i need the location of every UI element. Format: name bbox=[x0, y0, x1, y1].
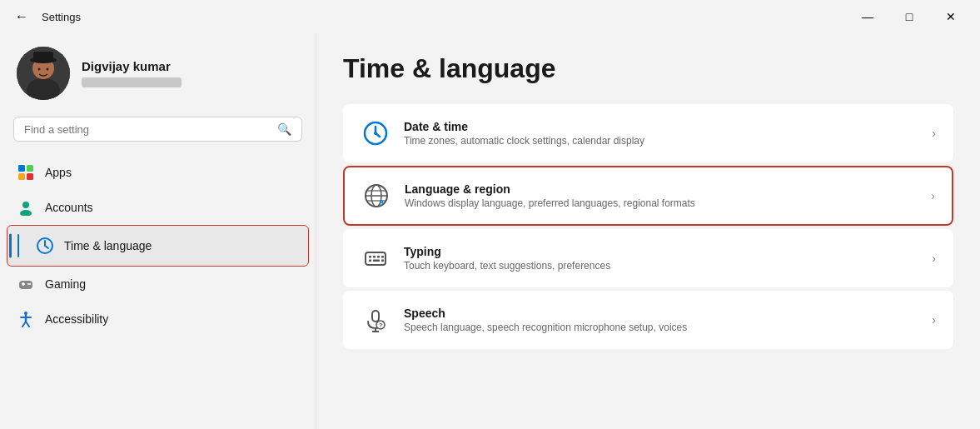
avatar bbox=[17, 47, 70, 100]
accounts-icon bbox=[17, 198, 35, 217]
chevron-icon-speech: › bbox=[932, 313, 936, 327]
svg-rect-18 bbox=[22, 282, 24, 286]
svg-rect-38 bbox=[373, 256, 376, 258]
maximize-button[interactable]: □ bbox=[890, 3, 928, 30]
setting-card-speech[interactable]: ? Speech Speech language, speech recogni… bbox=[343, 291, 953, 349]
setting-text-speech: Speech Speech language, speech recogniti… bbox=[404, 307, 918, 333]
search-icon: 🔍 bbox=[277, 122, 291, 136]
settings-list: Date & time Time zones, automatic clock … bbox=[343, 104, 953, 349]
user-name: Digvijay kumar bbox=[82, 59, 182, 73]
setting-title-speech: Speech bbox=[404, 307, 918, 320]
title-bar-left: ← Settings bbox=[10, 5, 81, 28]
svg-rect-8 bbox=[27, 165, 33, 172]
svg-rect-36 bbox=[366, 252, 386, 265]
sidebar-item-gaming[interactable]: Gaming bbox=[7, 267, 309, 302]
speech-icon: ? bbox=[361, 305, 391, 335]
svg-point-20 bbox=[29, 283, 31, 285]
setting-card-language-region[interactable]: A Language & region Windows display lang… bbox=[343, 166, 953, 226]
setting-text-typing: Typing Touch keyboard, text suggestions,… bbox=[404, 245, 918, 272]
user-subtitle-blur bbox=[82, 77, 182, 87]
language-region-icon: A bbox=[361, 181, 391, 211]
setting-desc-speech: Speech language, speech recognition micr… bbox=[404, 322, 918, 333]
sidebar-item-time-language-label: Time & language bbox=[64, 239, 152, 252]
search-box: 🔍 bbox=[13, 117, 302, 142]
svg-rect-40 bbox=[381, 256, 384, 258]
sidebar: Digvijay kumar 🔍 Apps Acc bbox=[0, 33, 316, 429]
content-area: Time & language Date & time Time zones, … bbox=[316, 33, 980, 429]
setting-desc-typing: Touch keyboard, text suggestions, prefer… bbox=[404, 260, 918, 272]
setting-desc-date-time: Time zones, automatic clock settings, ca… bbox=[404, 135, 918, 147]
sidebar-item-gaming-label: Gaming bbox=[45, 277, 86, 291]
svg-point-29 bbox=[374, 132, 377, 135]
time-language-icon bbox=[36, 237, 54, 255]
svg-point-12 bbox=[20, 210, 32, 216]
svg-point-6 bbox=[47, 68, 49, 71]
page-title: Time & language bbox=[343, 53, 953, 84]
sidebar-item-accounts-label: Accounts bbox=[45, 201, 93, 214]
setting-card-date-time[interactable]: Date & time Time zones, automatic clock … bbox=[343, 104, 953, 162]
svg-text:A: A bbox=[379, 198, 385, 207]
setting-card-typing[interactable]: Typing Touch keyboard, text suggestions,… bbox=[343, 229, 953, 287]
search-container: 🔍 bbox=[0, 117, 316, 152]
user-info: Digvijay kumar bbox=[82, 59, 182, 87]
svg-rect-37 bbox=[369, 256, 371, 258]
user-profile: Digvijay kumar bbox=[0, 33, 316, 117]
sidebar-item-accessibility-label: Accessibility bbox=[45, 312, 108, 326]
svg-rect-4 bbox=[33, 52, 53, 62]
date-time-icon bbox=[361, 118, 391, 148]
setting-desc-language-region: Windows display language, preferred lang… bbox=[405, 197, 918, 209]
svg-rect-42 bbox=[373, 260, 380, 262]
nav-list: Apps Accounts Time & language Gaming bbox=[0, 152, 316, 429]
main-content: Digvijay kumar 🔍 Apps Acc bbox=[0, 33, 980, 429]
active-indicator bbox=[17, 234, 19, 257]
svg-text:?: ? bbox=[379, 322, 382, 328]
gaming-icon bbox=[17, 275, 35, 293]
sidebar-item-apps-label: Apps bbox=[45, 166, 72, 179]
apps-icon bbox=[17, 163, 35, 182]
setting-text-date-time: Date & time Time zones, automatic clock … bbox=[404, 120, 918, 147]
svg-rect-7 bbox=[18, 165, 25, 172]
typing-icon bbox=[361, 243, 391, 273]
svg-point-11 bbox=[22, 202, 29, 208]
svg-point-5 bbox=[38, 68, 41, 71]
app-title: Settings bbox=[42, 11, 81, 23]
back-icon: ← bbox=[15, 9, 28, 24]
svg-rect-44 bbox=[372, 311, 379, 322]
chevron-icon-typing: › bbox=[932, 252, 936, 265]
svg-line-15 bbox=[45, 246, 48, 248]
svg-rect-9 bbox=[18, 173, 25, 180]
svg-rect-16 bbox=[19, 281, 32, 289]
close-button[interactable]: ✕ bbox=[932, 3, 970, 30]
title-bar: ← Settings — □ ✕ bbox=[0, 0, 980, 33]
sidebar-item-apps[interactable]: Apps bbox=[7, 155, 309, 190]
search-input[interactable] bbox=[24, 123, 271, 136]
setting-title-date-time: Date & time bbox=[404, 120, 918, 133]
minimize-button[interactable]: — bbox=[848, 3, 887, 30]
svg-rect-10 bbox=[27, 173, 33, 180]
svg-rect-43 bbox=[381, 260, 384, 262]
setting-title-language-region: Language & region bbox=[405, 182, 918, 196]
chevron-icon-language-region: › bbox=[931, 189, 935, 202]
accessibility-icon bbox=[17, 310, 35, 328]
back-button[interactable]: ← bbox=[10, 5, 33, 28]
svg-line-25 bbox=[26, 322, 29, 327]
setting-text-language-region: Language & region Windows display langua… bbox=[405, 182, 918, 209]
svg-point-19 bbox=[27, 283, 29, 285]
title-bar-controls: — □ ✕ bbox=[848, 3, 970, 30]
chevron-icon-date-time: › bbox=[932, 127, 936, 140]
setting-title-typing: Typing bbox=[404, 245, 918, 258]
sidebar-item-accessibility[interactable]: Accessibility bbox=[7, 302, 309, 337]
svg-rect-41 bbox=[369, 260, 371, 262]
sidebar-item-time-language[interactable]: Time & language bbox=[7, 225, 309, 267]
sidebar-item-accounts[interactable]: Accounts bbox=[7, 190, 309, 225]
svg-rect-39 bbox=[377, 256, 380, 258]
